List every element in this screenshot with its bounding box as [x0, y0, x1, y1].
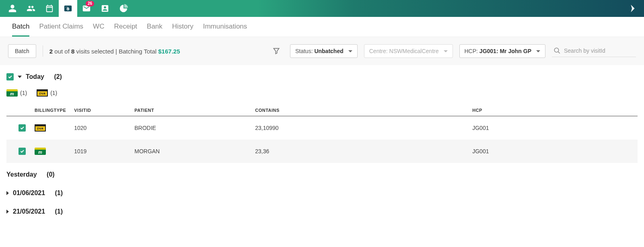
app-logo-icon [625, 4, 641, 13]
nav-contact-icon[interactable] [96, 0, 114, 17]
col-billingtype: BILLINGTYPE [31, 105, 70, 116]
filter-toolbar: Batch 2 out of 8 visits selected | Batch… [0, 37, 644, 65]
col-patient: PATIENT [130, 105, 251, 116]
cell-patient: BRODIE [130, 116, 251, 140]
filter-icon[interactable] [272, 47, 280, 55]
type-badge-row: m (1) DVA (1) [6, 85, 638, 105]
caret-right-icon[interactable] [6, 210, 9, 214]
group-today-label: Today [26, 73, 44, 80]
medicare-badge-icon: m [35, 148, 46, 155]
row-checkbox[interactable] [19, 124, 26, 132]
sub-tabs: Batch Patient Claims WC Receipt Bank His… [0, 17, 644, 37]
messages-badge: 26 [86, 1, 94, 6]
svg-point-1 [554, 48, 559, 52]
top-navbar: $ 26 [0, 0, 644, 17]
group-today-header: Today (2) [6, 65, 638, 85]
caret-right-icon[interactable] [6, 191, 9, 195]
medicare-count: (1) [20, 90, 27, 96]
tab-immunisations[interactable]: Immunisations [203, 23, 247, 37]
medicare-badge-icon: m [6, 89, 18, 97]
nav-messages-icon[interactable]: 26 [77, 0, 96, 17]
svg-text:$: $ [67, 7, 69, 11]
nav-people-icon[interactable] [22, 0, 40, 17]
tab-batch[interactable]: Batch [12, 23, 29, 37]
centre-dropdown[interactable]: Centre: NSWMedicalCentre [364, 44, 453, 58]
cell-contains: 23,36 [251, 140, 468, 163]
group-2105-label: 21/05/2021 [13, 208, 45, 215]
tab-bank[interactable]: Bank [147, 23, 163, 37]
cell-contains: 23,10990 [251, 116, 468, 140]
col-hcp: HCP [468, 105, 638, 116]
batch-button[interactable]: Batch [8, 44, 36, 58]
group-0106-count: (1) [55, 189, 63, 197]
nav-reports-icon[interactable] [114, 0, 133, 17]
search-icon [553, 47, 561, 54]
nav-calendar-icon[interactable] [40, 0, 59, 17]
cell-hcp: JG001 [468, 116, 638, 140]
dva-badge-icon: DVA [37, 89, 48, 97]
dva-badge-icon: DVA [35, 124, 46, 132]
row-checkbox[interactable] [19, 148, 26, 155]
cell-patient: MORGAN [130, 140, 251, 163]
visits-table: BILLINGTYPE VISITID PATIENT CONTAINS HCP… [6, 105, 638, 163]
group-date-0106[interactable]: 01/06/2021 (1) [6, 181, 638, 200]
divider [43, 45, 43, 57]
col-contains: CONTAINS [251, 105, 468, 116]
search-wrap [552, 45, 636, 57]
hcp-dropdown[interactable]: HCP: JG001: Mr John GP [459, 44, 546, 58]
table-row[interactable]: m 1019 MORGAN 23,36 JG001 [6, 140, 638, 163]
status-dropdown[interactable]: Status: Unbatched [290, 44, 358, 58]
tab-receipt[interactable]: Receipt [114, 23, 137, 37]
cell-visitid: 1019 [70, 140, 130, 163]
nav-billing-icon[interactable]: $ [59, 0, 77, 17]
table-row[interactable]: DVA 1020 BRODIE 23,10990 JG001 [6, 116, 638, 140]
group-today-count: (2) [54, 73, 62, 80]
group-yesterday[interactable]: Yesterday (0) [6, 163, 638, 181]
search-input[interactable] [564, 47, 634, 54]
group-today-caret[interactable] [18, 76, 22, 78]
dva-count: (1) [50, 90, 57, 96]
group-yesterday-label: Yesterday [6, 171, 37, 178]
group-date-2105[interactable]: 21/05/2021 (1) [6, 200, 638, 215]
selection-summary: 2 out of 8 visits selected | Batching To… [49, 48, 180, 55]
col-visitid: VISITID [70, 105, 130, 116]
group-2105-count: (1) [55, 208, 63, 215]
group-0106-label: 01/06/2021 [13, 189, 45, 197]
cell-visitid: 1020 [70, 116, 130, 140]
group-yesterday-count: (0) [47, 171, 55, 178]
cell-hcp: JG001 [468, 140, 638, 163]
tab-history[interactable]: History [172, 23, 193, 37]
tab-patient-claims[interactable]: Patient Claims [39, 23, 83, 37]
nav-patient-icon[interactable] [3, 0, 22, 17]
tab-wc[interactable]: WC [93, 23, 104, 37]
group-today-checkbox[interactable] [6, 73, 14, 80]
